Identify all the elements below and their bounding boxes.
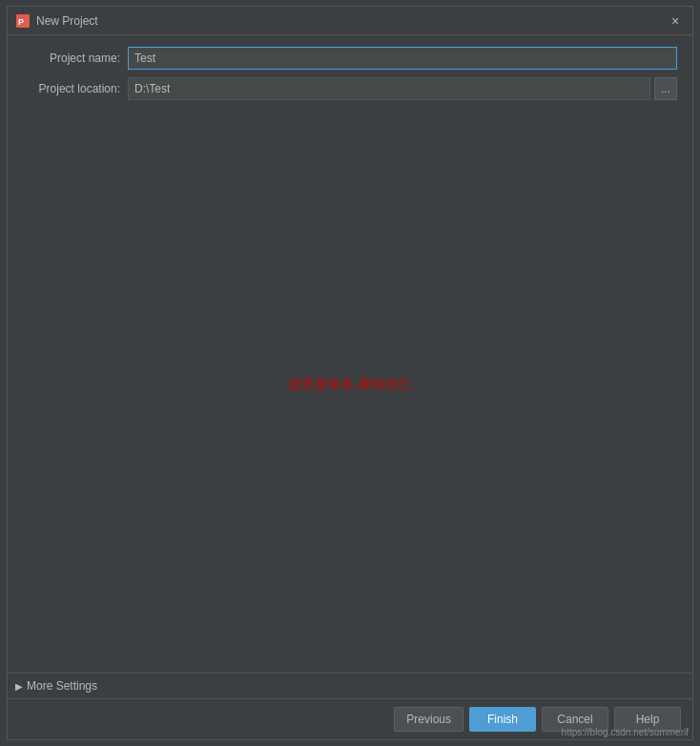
main-content-area: 这里是命名,看你自己 <box>23 108 677 661</box>
project-name-input[interactable] <box>128 47 677 70</box>
svg-text:P: P <box>18 17 24 27</box>
project-location-input[interactable] <box>128 77 650 100</box>
previous-button[interactable]: Previous <box>394 707 463 732</box>
watermark: https://blog.csdn.net/summerif <box>562 727 689 737</box>
close-button[interactable]: × <box>666 11 685 31</box>
project-name-row: Project name: <box>23 47 677 70</box>
project-location-row: Project location: ... <box>23 77 677 100</box>
annotation-text: 这里是命名,看你自己 <box>288 376 412 393</box>
dialog-content: Project name: Project location: ... 这里是命… <box>8 35 692 673</box>
project-location-label: Project location: <box>23 82 128 95</box>
project-name-label: Project name: <box>23 52 128 65</box>
finish-button[interactable]: Finish <box>469 707 536 732</box>
more-settings-toggle[interactable]: ▶ More Settings <box>8 673 692 698</box>
new-project-dialog: P New Project × Project name: Project lo… <box>7 6 693 740</box>
app-icon: P <box>15 13 31 29</box>
more-settings-label: More Settings <box>27 679 97 693</box>
title-bar: P New Project × <box>8 7 692 35</box>
browse-button[interactable]: ... <box>654 77 677 100</box>
dialog-title: New Project <box>36 14 666 28</box>
expand-arrow-icon: ▶ <box>15 681 23 692</box>
